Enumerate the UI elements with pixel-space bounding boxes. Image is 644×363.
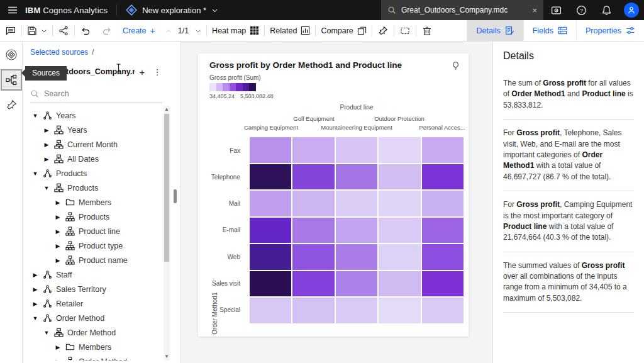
tab-properties[interactable]: Properties [576,20,644,42]
tree-item-years[interactable]: ▶Years [30,123,170,137]
caret-right-icon[interactable]: ▶ [54,243,62,249]
comment-button[interactable] [0,20,21,42]
previous-page-chevron-icon[interactable] [165,28,172,34]
caret-right-icon[interactable]: ▶ [54,228,62,235]
tree-item-product-name[interactable]: ▶Product name [30,253,170,267]
sources-panel-button[interactable] [1,69,22,91]
heatmap-viz-button[interactable]: Heat map [207,20,264,42]
tree-item-years[interactable]: ▼Years [30,108,170,123]
account-button[interactable] [619,0,644,20]
breadcrumb[interactable]: Selected sources/ [30,48,170,57]
caret-down-icon[interactable]: ▼ [31,315,39,321]
heatmap-cell-web-4[interactable] [379,244,420,270]
notifications-button[interactable] [594,0,619,20]
caret-right-icon[interactable]: ▶ [54,257,62,264]
heatmap-cell-special-1[interactable] [250,298,291,323]
tree-item-current-month[interactable]: ▶Current Month [30,137,170,152]
heatmap-cell-special-5[interactable] [422,298,464,323]
heatmap-cell-web-3[interactable] [336,244,377,270]
heatmap-cell-fax-4[interactable] [379,137,420,163]
heatmap-cell-sales-visit-3[interactable] [336,271,377,297]
heatmap-cell-e-mail-5[interactable] [422,218,464,243]
assistant-button[interactable] [543,0,569,20]
marquee-select-button[interactable] [394,20,416,42]
heatmap-cell-web-1[interactable] [250,244,291,270]
heatmap-cell-sales-visit-1[interactable] [250,271,291,297]
breadcrumb-link[interactable]: Selected sources [30,48,88,57]
tree-item-products[interactable]: ▶Products [30,209,170,224]
tree-item-members[interactable]: ▶Members [30,195,170,209]
caret-down-icon[interactable]: ▼ [43,185,50,191]
caret-right-icon[interactable]: ▶ [43,156,50,162]
heatmap-cell-e-mail-1[interactable] [250,218,291,243]
heatmap-cell-telephone-2[interactable] [292,164,334,190]
heatmap-cell-special-2[interactable] [292,298,334,323]
heatmap-cell-mail-1[interactable] [250,191,291,216]
tree-item-products[interactable]: ▼Products [30,181,170,195]
caret-right-icon[interactable]: ▶ [31,301,39,307]
tree-item-retailer[interactable]: ▶Retailer [30,296,170,311]
heatmap-cell-mail-2[interactable] [292,191,334,216]
save-button[interactable] [22,20,52,42]
heatmap-cell-sales-visit-5[interactable] [422,271,464,297]
tree-item-sales-territory[interactable]: ▶Sales Territory [30,282,170,296]
caret-right-icon[interactable]: ▶ [54,359,62,361]
heatmap-cell-telephone-5[interactable] [422,164,464,190]
heatmap-card[interactable]: Gross profit by Order Method1 and Produc… [198,53,469,337]
tree-scrollbar[interactable]: ▲ ▼ [164,106,170,360]
tree-item-product-type[interactable]: ▶Product type [30,238,170,253]
create-button[interactable]: Create + [118,20,160,42]
heatmap-cell-mail-3[interactable] [336,191,377,216]
related-button[interactable]: Related [265,20,315,42]
help-button[interactable]: ? [569,0,594,20]
caret-down-icon[interactable]: ▼ [43,330,50,336]
heatmap-cell-telephone-1[interactable] [250,164,291,190]
undo-button[interactable] [75,20,96,42]
tab-details[interactable]: Details [467,20,523,42]
redo-button[interactable] [96,20,118,42]
add-source-button[interactable]: + [135,64,150,79]
heatmap-cell-e-mail-2[interactable] [292,218,334,243]
pin-button[interactable] [372,20,394,42]
caret-right-icon[interactable]: ▶ [31,286,39,293]
caret-right-icon[interactable]: ▶ [54,199,62,206]
caret-right-icon[interactable]: ▶ [54,344,62,350]
document-switcher[interactable]: New exploration * [117,0,227,20]
insights-lightbulb-button[interactable] [451,61,460,72]
tree-item-order-method[interactable]: ▼Order Method [30,311,170,325]
scroll-up-arrow-icon[interactable]: ▲ [164,106,170,113]
caret-right-icon[interactable]: ▶ [31,272,39,278]
share-button[interactable] [53,20,74,42]
clear-search-button[interactable]: × [532,6,537,15]
heatmap-cell-sales-visit-2[interactable] [292,271,334,297]
heatmap-cell-fax-5[interactable] [422,137,464,163]
tree-item-product-line[interactable]: ▶Product line [30,224,170,238]
tree-item-order-method[interactable]: ▼Order Method [30,325,170,340]
source-search-input[interactable] [44,89,162,98]
source-overflow-menu-button[interactable]: ⋮ [150,64,165,79]
heatmap-cell-e-mail-4[interactable] [379,218,420,243]
heatmap-cell-special-4[interactable] [379,298,420,323]
delete-button[interactable] [416,20,438,42]
heatmap-cell-mail-5[interactable] [422,191,464,216]
tab-fields[interactable]: Fields [523,20,576,42]
heatmap-cell-e-mail-3[interactable] [336,218,377,243]
heatmap-cell-mail-4[interactable] [379,191,420,216]
tree-item-products[interactable]: ▼Products [30,166,170,181]
heatmap-cell-sales-visit-4[interactable] [379,271,420,297]
global-search-field[interactable]: Great_Outdoors_Company.mdc × [381,0,543,20]
tree-item-all-dates[interactable]: ▶All Dates [30,152,170,166]
heatmap-cell-fax-1[interactable] [250,137,291,163]
caret-right-icon[interactable]: ▶ [54,214,62,220]
heatmap-cell-telephone-4[interactable] [379,164,420,190]
tree-item-staff[interactable]: ▶Staff [30,267,170,282]
heatmap-cell-fax-3[interactable] [336,137,377,163]
caret-down-icon[interactable]: ▼ [31,113,39,119]
caret-right-icon[interactable]: ▶ [43,142,50,148]
heatmap-cell-special-3[interactable] [336,298,377,323]
heatmap-cell-web-2[interactable] [292,244,334,270]
hamburger-menu-button[interactable] [0,0,25,20]
heatmap-cell-telephone-3[interactable] [336,164,377,190]
source-search[interactable] [30,84,162,103]
panel-resize-handle[interactable] [174,189,177,203]
